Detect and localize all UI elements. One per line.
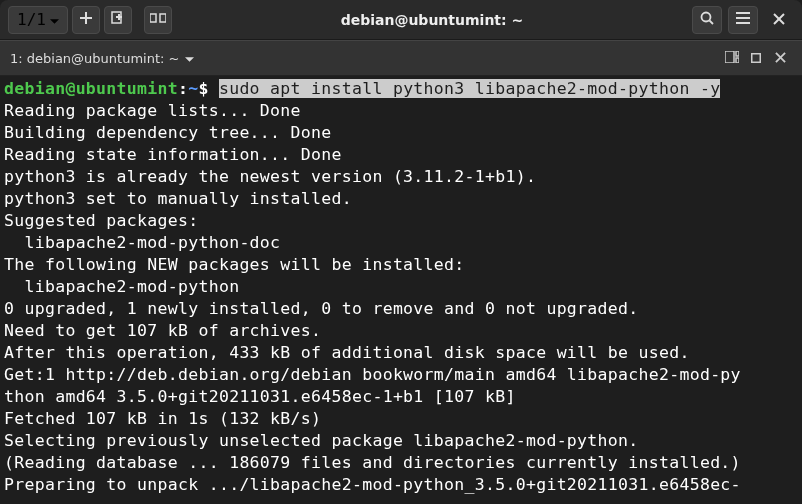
svg-rect-1 [80,17,92,19]
tab-counter-button[interactable]: 1/1 [8,6,68,34]
new-tab-button[interactable] [72,6,100,34]
tab-overview-button[interactable] [720,46,744,70]
output-line: thon amd64 3.5.0+git20211031.e6458ec-1+b… [4,387,516,406]
new-window-icon [111,11,125,28]
output-line: libapache2-mod-python [4,277,239,296]
output-line: Reading package lists... Done [4,101,301,120]
output-line: Reading state information... Done [4,145,342,164]
output-line: python3 is already the newest version (3… [4,167,536,186]
prompt-host: ubuntumint [76,79,178,98]
split-icon [150,12,166,27]
chevron-down-icon [50,10,59,29]
output-line: (Reading database ... 186079 files and d… [4,453,741,472]
tab-counter-label: 1/1 [17,10,46,29]
output-line: After this operation, 433 kB of addition… [4,343,690,362]
svg-rect-15 [736,51,739,56]
output-line: Get:1 http://deb.debian.org/debian bookw… [4,365,741,384]
new-window-button[interactable] [104,6,132,34]
output-line: Suggested packages: [4,211,198,230]
svg-line-8 [710,21,714,25]
search-button[interactable] [692,6,722,34]
svg-point-7 [702,13,711,22]
split-button[interactable] [144,6,172,34]
hamburger-icon [736,12,750,27]
output-line: Building dependency tree... Done [4,123,331,142]
svg-rect-17 [752,53,761,62]
output-line: The following NEW packages will be insta… [4,255,465,274]
output-line: Fetched 107 kB in 1s (132 kB/s) [4,409,321,428]
titlebar-right-controls [692,6,794,34]
prompt-dollar: $ [198,79,208,98]
window-title: debian@ubuntumint: ~ [172,12,692,28]
titlebar-left-controls: 1/1 [8,6,172,34]
svg-rect-9 [736,12,750,14]
terminal-tab[interactable]: 1: debian@ubuntumint: ~ [10,51,194,66]
close-icon [773,10,785,29]
output-line: Need to get 107 kB of archives. [4,321,321,340]
svg-rect-16 [736,58,739,63]
svg-rect-11 [736,22,750,24]
svg-rect-4 [116,16,122,18]
tab-maximize-button[interactable] [744,46,768,70]
window-close-button[interactable] [764,6,794,34]
svg-rect-6 [160,14,166,22]
terminal-tab-label: 1: debian@ubuntumint: ~ [10,51,179,66]
maximize-icon [751,51,761,66]
menu-button[interactable] [728,6,758,34]
prompt-path: ~ [188,79,198,98]
plus-icon [80,12,92,27]
output-line: Preparing to unpack .../libapache2-mod-p… [4,475,741,494]
prompt-at: @ [65,79,75,98]
svg-rect-5 [150,14,156,22]
command-text: sudo apt install python3 libapache2-mod-… [219,79,720,98]
terminal-output[interactable]: debian@ubuntumint:~$ sudo apt install py… [0,76,802,498]
terminal-tabbar: 1: debian@ubuntumint: ~ [0,40,802,76]
output-line: 0 upgraded, 1 newly installed, 0 to remo… [4,299,639,318]
prompt-user: debian [4,79,65,98]
tab-close-button[interactable] [768,46,792,70]
output-line: python3 set to manually installed. [4,189,352,208]
output-line: Selecting previously unselected package … [4,431,639,450]
prompt-colon: : [178,79,188,98]
window-titlebar: 1/1 debian@ubuntumint: ~ [0,0,802,40]
svg-rect-14 [725,51,734,63]
output-line: libapache2-mod-python-doc [4,233,280,252]
layout-icon [725,51,739,66]
close-icon [775,51,786,66]
svg-rect-10 [736,17,750,19]
chevron-down-icon [185,51,194,66]
search-icon [700,11,714,28]
